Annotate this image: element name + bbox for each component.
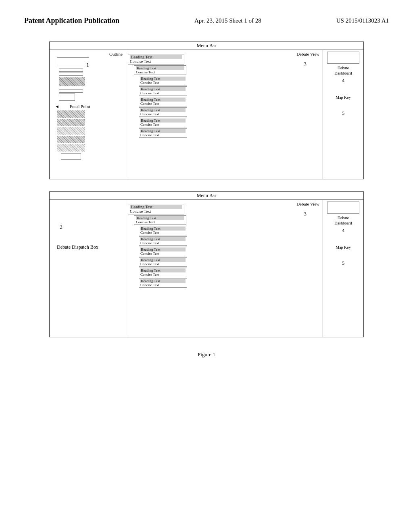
heading-bdeep-4: Heading Text bbox=[140, 258, 186, 262]
nested-items-2: Heading Text Concise Text Heading Text C… bbox=[134, 215, 321, 288]
debate-items-2: Heading Text Concise Text Heading Text C… bbox=[128, 204, 321, 288]
menu-bar-1: Menu Bar bbox=[50, 42, 363, 50]
concise-text-bn1: Concise Text bbox=[136, 220, 184, 224]
heading-deep-1: Heading Text bbox=[140, 77, 186, 81]
dispatch-box-label: Debate Dispatch Box bbox=[57, 244, 98, 250]
deep-item-2: Heading Text Concise Text bbox=[139, 86, 187, 96]
publication-number: US 2015/0113023 A1 bbox=[336, 16, 389, 25]
concise-deep-2: Concise Text bbox=[140, 91, 186, 95]
focal-point-row: ◄—— Focal Point bbox=[55, 104, 90, 109]
figure-label: Figure 1 bbox=[198, 351, 215, 358]
focal-arrow-icon: ◄—— bbox=[55, 104, 68, 109]
right-panel-1: DebateDashboard 4 Map Key 5 bbox=[323, 50, 363, 179]
heading-deep-4: Heading Text bbox=[140, 108, 186, 112]
heading-deep-5: Heading Text bbox=[140, 118, 186, 123]
outline-small-nested bbox=[59, 94, 75, 101]
debate-view-panel-2: Debate View 3 Heading Text Concise Text … bbox=[126, 200, 323, 337]
deep-item-b2: Heading Text Concise Text bbox=[139, 236, 187, 246]
heading-text-bn1: Heading Text bbox=[136, 216, 184, 220]
concise-bdeep-3: Concise Text bbox=[140, 251, 186, 256]
concise-deep-4: Concise Text bbox=[140, 112, 186, 116]
outline-box-bottom bbox=[61, 153, 81, 160]
concise-text-b1: Concise Text bbox=[130, 209, 182, 214]
number-2: 2 bbox=[60, 224, 63, 231]
heading-deep-2: Heading Text bbox=[140, 87, 186, 91]
outline-lines bbox=[59, 69, 83, 76]
debate-view-panel-1: Debate View 3 Heading Text Concise Text … bbox=[126, 50, 323, 179]
outline-box-top bbox=[57, 57, 89, 65]
focal-point-label: Focal Point bbox=[70, 104, 90, 109]
right-box-top-2 bbox=[327, 202, 359, 214]
number-3-bot: 3 bbox=[304, 211, 307, 218]
diagram-1-body: Outline 1 ◄—— Focal Point bbox=[50, 50, 363, 179]
debate-dashboard-label-1: DebateDashboard bbox=[334, 65, 352, 76]
heading-text-n1: Heading Text bbox=[136, 66, 184, 70]
heading-deep-6: Heading Text bbox=[140, 129, 186, 133]
concise-bdeep-6: Concise Text bbox=[140, 283, 186, 287]
diagram-1: Menu Bar Outline 1 ◄—— Focal Poi bbox=[49, 42, 364, 179]
debate-item-top-2: Heading Text Concise Text bbox=[128, 204, 184, 214]
right-panel-2: DebateDashboard 4 Map Key 5 bbox=[323, 200, 363, 337]
deep-item-b5: Heading Text Concise Text bbox=[139, 268, 187, 277]
deep-item-b1: Heading Text Concise Text bbox=[139, 226, 187, 235]
publication-date-sheet: Apr. 23, 2015 Sheet 1 of 28 bbox=[194, 16, 261, 25]
nested-item-b1: Heading Text Concise Text bbox=[134, 215, 186, 225]
outline-label: Outline bbox=[109, 52, 123, 56]
texture-stack bbox=[57, 110, 85, 152]
diagram-2-body: 2 Debate Dispatch Box Debate View 3 Head… bbox=[50, 200, 363, 337]
outline-line-3 bbox=[59, 89, 83, 93]
deep-item-b4: Heading Text Concise Text bbox=[139, 257, 187, 267]
right-box-top-1 bbox=[327, 52, 359, 64]
debate-item-top-1: Heading Text Concise Text bbox=[128, 54, 184, 64]
concise-text-n1: Concise Text bbox=[136, 70, 184, 74]
concise-deep-3: Concise Text bbox=[140, 102, 186, 106]
deep-item-3: Heading Text Concise Text bbox=[139, 97, 187, 106]
outline-line-2 bbox=[59, 73, 83, 76]
deep-item-b3: Heading Text Concise Text bbox=[139, 247, 187, 256]
concise-deep-5: Concise Text bbox=[140, 123, 186, 127]
menu-bar-2: Menu Bar bbox=[50, 192, 363, 200]
deep-nested-items-2: Heading Text Concise Text Heading Text C… bbox=[139, 226, 321, 288]
concise-text-1: Concise Text bbox=[130, 59, 182, 64]
heading-bdeep-5: Heading Text bbox=[140, 268, 186, 272]
concise-bdeep-4: Concise Text bbox=[140, 262, 186, 266]
number-1: 1 bbox=[86, 62, 89, 69]
debate-view-label-1: Debate View bbox=[296, 52, 319, 56]
debate-items-1: Heading Text Concise Text Heading Text C… bbox=[128, 54, 321, 138]
publication-title: Patent Application Publication bbox=[24, 16, 119, 25]
nested-item-1: Heading Text Concise Text bbox=[134, 65, 186, 75]
diagram-2: Menu Bar 2 Debate Dispatch Box Debate Vi… bbox=[49, 191, 364, 337]
outline-lines-2 bbox=[59, 89, 83, 102]
deep-nested-items-1: Heading Text Concise Text Heading Text C… bbox=[139, 76, 321, 138]
heading-text-b1: Heading Text bbox=[130, 205, 182, 209]
number-3-top: 3 bbox=[304, 61, 307, 68]
texture-2 bbox=[57, 119, 85, 126]
outline-panel: Outline 1 ◄—— Focal Point bbox=[50, 50, 126, 179]
deep-item-b6: Heading Text Concise Text bbox=[139, 278, 187, 288]
number-4-bot: 4 bbox=[342, 227, 345, 234]
concise-deep-6: Concise Text bbox=[140, 133, 186, 137]
texture-3 bbox=[57, 127, 85, 135]
number-5-top: 5 bbox=[342, 110, 345, 116]
debate-view-label-2: Debate View bbox=[296, 202, 319, 206]
texture-1 bbox=[57, 110, 85, 118]
deep-item-5: Heading Text Concise Text bbox=[139, 118, 187, 127]
outline-texture-1 bbox=[59, 77, 85, 86]
concise-bdeep-5: Concise Text bbox=[140, 272, 186, 276]
heading-deep-3: Heading Text bbox=[140, 98, 186, 102]
nested-items-1: Heading Text Concise Text Heading Text C… bbox=[134, 65, 321, 138]
number-4-top: 4 bbox=[342, 77, 345, 84]
concise-deep-1: Concise Text bbox=[140, 81, 186, 85]
texture-4 bbox=[57, 136, 85, 143]
heading-bdeep-2: Heading Text bbox=[140, 237, 186, 241]
outline-line-1 bbox=[59, 69, 83, 72]
debate-dashboard-label-2: DebateDashboard bbox=[334, 215, 352, 226]
heading-text-1: Heading Text bbox=[130, 55, 182, 59]
deep-item-4: Heading Text Concise Text bbox=[139, 107, 187, 117]
concise-bdeep-2: Concise Text bbox=[140, 241, 186, 245]
texture-5 bbox=[57, 144, 85, 152]
number-5-bot: 5 bbox=[342, 260, 345, 266]
dispatch-panel: 2 Debate Dispatch Box bbox=[50, 200, 126, 337]
heading-bdeep-6: Heading Text bbox=[140, 279, 186, 283]
map-key-label-2: Map Key bbox=[336, 245, 351, 249]
